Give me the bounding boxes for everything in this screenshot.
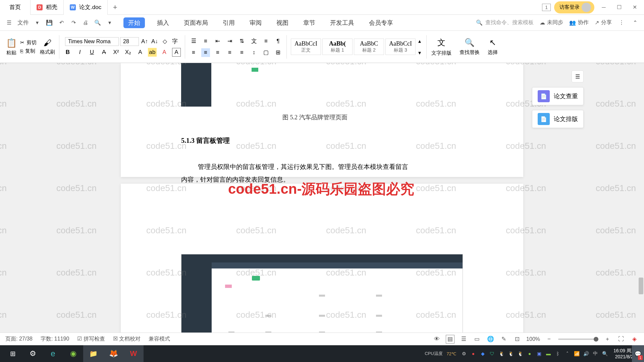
guest-login-button[interactable]: 访客登录: [554, 1, 594, 13]
task-wps[interactable]: W: [123, 345, 144, 362]
font-name-select[interactable]: [65, 37, 119, 46]
task-browser[interactable]: ◉: [63, 345, 83, 362]
italic-button[interactable]: I: [75, 48, 84, 57]
task-app[interactable]: 🦊: [103, 345, 123, 362]
menu-view[interactable]: 视图: [274, 17, 291, 28]
increase-indent-button[interactable]: ⇥: [225, 37, 234, 46]
task-obs[interactable]: ⚙: [23, 345, 43, 362]
char-border-button[interactable]: A: [172, 48, 181, 57]
menu-review[interactable]: 审阅: [247, 17, 264, 28]
shading-button[interactable]: ▢: [262, 48, 270, 57]
phonetic-icon[interactable]: 字: [170, 37, 179, 46]
save-button[interactable]: 💾: [46, 19, 53, 26]
tray-360-icon[interactable]: ●: [526, 350, 534, 358]
menu-insert[interactable]: 插入: [154, 17, 172, 28]
maximize-button[interactable]: ☐: [613, 1, 625, 13]
tray-ime-icon[interactable]: 中: [591, 350, 599, 358]
shrink-font-icon[interactable]: A↓: [150, 37, 159, 46]
task-ie[interactable]: e: [43, 345, 63, 362]
tray-nvidia-icon[interactable]: ▬: [544, 350, 552, 358]
underline-button[interactable]: U: [88, 48, 96, 57]
outline-icon[interactable]: ☰: [459, 335, 468, 344]
style-h2[interactable]: AaBbC标题 2: [354, 39, 384, 55]
print-icon[interactable]: 🖨: [82, 19, 89, 26]
eye-icon[interactable]: 👁: [432, 335, 441, 344]
tray-bluetooth-icon[interactable]: ᛒ: [554, 350, 562, 358]
read-mode-icon[interactable]: ▭: [473, 335, 481, 344]
file-menu[interactable]: 文件: [17, 19, 29, 26]
bullets-button[interactable]: ☰: [189, 37, 198, 46]
numbering-button[interactable]: ≡: [201, 37, 210, 46]
qat-more[interactable]: ▾: [106, 19, 113, 26]
text-direction-button[interactable]: 文: [250, 37, 258, 46]
redo-icon[interactable]: ↷: [70, 19, 77, 26]
menu-ref[interactable]: 引用: [220, 17, 237, 28]
clear-format-icon[interactable]: ◇: [160, 37, 169, 46]
style-h1[interactable]: AaBb(标题 1: [322, 39, 353, 55]
menu-layout[interactable]: 页面布局: [181, 17, 211, 28]
vertical-scrollbar[interactable]: [638, 63, 644, 332]
tray-qq3-icon[interactable]: 🐧: [516, 350, 524, 358]
zoom-in-button[interactable]: +: [603, 335, 612, 344]
fit-page-icon[interactable]: ⊡: [513, 335, 522, 344]
styles-down-icon[interactable]: ▾: [418, 50, 421, 56]
font-color-button[interactable]: A: [160, 48, 169, 57]
strike-button[interactable]: A̶: [100, 48, 108, 57]
superscript-button[interactable]: X²: [112, 48, 120, 57]
cut-button[interactable]: ✂剪切: [20, 40, 37, 46]
more-menu-icon[interactable]: ⋮: [618, 19, 625, 26]
menu-start[interactable]: 开始: [123, 17, 145, 28]
proofing-toggle[interactable]: ☒ 文档校对: [113, 336, 141, 343]
search-commands[interactable]: 🔍 查找命令、搜索模板: [476, 19, 534, 26]
sort-button[interactable]: ⇅: [237, 37, 246, 46]
borders-button[interactable]: ⊞: [274, 48, 282, 57]
tab-docshell[interactable]: D 稻壳: [31, 0, 64, 15]
menu-dev[interactable]: 开发工具: [327, 17, 357, 28]
zoom-level[interactable]: 100%: [526, 336, 540, 342]
best-fit-icon[interactable]: ◈: [630, 335, 639, 344]
tray-qq1-icon[interactable]: 🐧: [497, 350, 505, 358]
word-count[interactable]: 字数: 11190: [41, 336, 69, 343]
new-tab-button[interactable]: +: [108, 3, 122, 12]
page-indicator[interactable]: 页面: 27/38: [5, 336, 33, 343]
tab-count[interactable]: 1: [542, 4, 551, 11]
zoom-slider[interactable]: [558, 339, 598, 340]
fullscreen-icon[interactable]: ⛶: [616, 335, 625, 344]
notification-button[interactable]: 💬 1: [632, 345, 644, 362]
grow-font-icon[interactable]: A↑: [140, 37, 149, 46]
line-spacing-button[interactable]: ↕: [250, 48, 258, 57]
undo-icon[interactable]: ↶: [58, 19, 65, 26]
tray-app-icon[interactable]: ▣: [535, 350, 543, 358]
edit-icon[interactable]: ✎: [499, 335, 508, 344]
align-center-button[interactable]: ≡: [201, 48, 210, 57]
plagiarism-check-button[interactable]: 📄 论文查重: [532, 87, 584, 105]
paper-format-button[interactable]: 📄 论文排版: [532, 110, 584, 128]
menu-icon[interactable]: ☰: [5, 19, 13, 26]
bold-button[interactable]: B: [63, 48, 72, 57]
text-effect-button[interactable]: A: [136, 48, 145, 57]
align-right-button[interactable]: ≡: [213, 48, 222, 57]
align-left-button[interactable]: ≡: [189, 48, 198, 57]
preview-icon[interactable]: 🔍: [94, 19, 101, 26]
side-toggle-button[interactable]: ☰: [572, 70, 584, 82]
tray-wifi-icon[interactable]: 📶: [573, 350, 581, 358]
show-marks-button[interactable]: ¶: [274, 37, 282, 46]
paste-button[interactable]: 📋 粘贴: [6, 38, 17, 56]
line-button[interactable]: ≡: [262, 37, 270, 46]
justify-button[interactable]: ≡: [225, 48, 234, 57]
tab-home[interactable]: 首页: [0, 0, 31, 15]
format-painter-button[interactable]: 🖌 格式刷: [40, 38, 55, 55]
text-layout-button[interactable]: 文文字排版: [428, 37, 455, 56]
style-h3[interactable]: AaBbCcI标题 3: [385, 39, 416, 55]
print-layout-icon[interactable]: ▤: [446, 335, 454, 344]
tray-up-icon[interactable]: ˄: [563, 350, 571, 358]
tray-volume-icon[interactable]: 🔊: [582, 350, 590, 358]
tray-red-icon[interactable]: ●: [469, 350, 477, 358]
tray-gadget-icon[interactable]: ⚙: [460, 350, 468, 358]
task-explorer[interactable]: 📁: [83, 345, 103, 362]
font-size-select[interactable]: [120, 37, 139, 46]
web-layout-icon[interactable]: 🌐: [486, 335, 495, 344]
close-button[interactable]: ✕: [629, 1, 641, 13]
menu-chapter[interactable]: 章节: [301, 17, 318, 28]
decrease-indent-button[interactable]: ⇤: [213, 37, 222, 46]
